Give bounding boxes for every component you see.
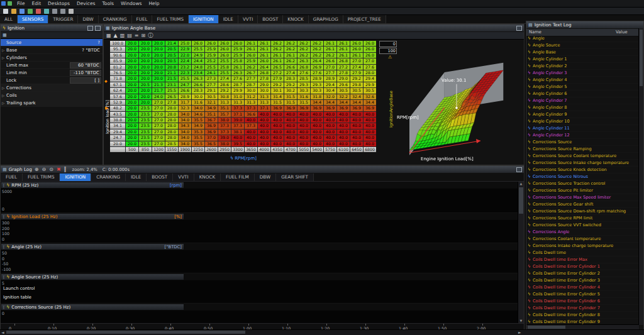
main-tab-idle[interactable]: IDLE [219, 15, 238, 23]
table-cell[interactable]: 30.1 [271, 88, 284, 93]
table-cell[interactable]: 26.8 [258, 70, 270, 75]
row-header-load[interactable]: 90.6 [110, 53, 125, 58]
row-header-load[interactable]: 81.2 [110, 65, 125, 70]
graph-tab-gear-shift[interactable]: GEAR SHIFT [276, 173, 314, 181]
table-cell[interactable]: 26.1 [258, 47, 270, 52]
col-header-rpm[interactable]: 6450 [350, 147, 363, 152]
table-cell[interactable]: 28.0 [364, 70, 376, 75]
table-cell[interactable]: 25.9 [231, 53, 244, 58]
table-cell[interactable]: 24.9 [192, 53, 204, 58]
col-header-rpm[interactable]: 5050 [297, 147, 310, 152]
table-cell[interactable]: 20.0 [126, 70, 138, 75]
table-cell[interactable]: 21.3 [152, 82, 165, 87]
log-row-coils-dwell-time-error-cylinder-1[interactable]: ϟCoils Dwell time Error Cylinder 1 [526, 263, 639, 270]
table-cell[interactable]: 26.0 [218, 53, 231, 58]
table-cell[interactable]: 28.0 [165, 106, 178, 111]
table-cell[interactable]: 25.5 [179, 76, 191, 81]
col-header-rpm[interactable]: 4700 [284, 147, 297, 152]
table-cell[interactable]: 35.3 [192, 129, 204, 135]
table-cell[interactable]: 40.0 [271, 141, 284, 146]
row-header-load[interactable]: 43.5 [110, 112, 125, 117]
log-row-angle-cylinder-3[interactable]: ϟAngle Cylinder 3 [526, 70, 639, 77]
table-cell[interactable]: 26.1 [337, 41, 350, 46]
table-cell[interactable]: 26.0 [364, 41, 376, 46]
table-cell[interactable]: 26.1 [271, 53, 284, 58]
float-panel-button[interactable] [87, 26, 93, 31]
row-header-load[interactable]: 24.7 [110, 135, 125, 140]
table-cell[interactable]: 26.8 [337, 58, 350, 63]
scroll-down-icon[interactable]: ▼ [518, 319, 524, 323]
table-cell[interactable]: 26.2 [284, 47, 297, 52]
graph-tab-vvti[interactable]: VVTI [173, 173, 194, 181]
table-cell[interactable]: 40.0 [271, 112, 284, 117]
table-cell[interactable]: 21.5 [165, 76, 178, 81]
table-cell[interactable]: 40.0 [324, 118, 336, 123]
table-cell[interactable]: 25.5 [205, 65, 218, 70]
table-cell[interactable]: 40.0 [245, 135, 257, 140]
table-cell[interactable]: 34.4 [364, 100, 376, 105]
log-row-corrections-source[interactable]: ϟCorrections Source [526, 139, 639, 146]
table-cell[interactable]: 26.2 [297, 41, 310, 46]
table-cell[interactable]: 27.6 [297, 70, 310, 75]
table-cell[interactable]: 23.4 [192, 70, 204, 75]
log-row-coils-dwell-time-error-cylinder-8[interactable]: ϟCoils Dwell time Error Cylinder 8 [526, 312, 639, 319]
col-header-rpm[interactable]: 1550 [165, 147, 178, 152]
table-cell[interactable]: 27.3 [205, 76, 218, 81]
log-row-coils-dwell-time-error-cylinder-7[interactable]: ϟCoils Dwell time Error Cylinder 7 [526, 305, 639, 312]
table-cell[interactable]: 29.9 [364, 82, 376, 87]
table-cell[interactable]: 27.8 [165, 100, 178, 105]
table-cell[interactable]: 23.2 [179, 65, 191, 70]
log-row-corrections-coolant-temperature[interactable]: ϟCorrections Coolant temperature [526, 236, 639, 243]
log-row-angle-cylinder-1[interactable]: ϟAngle Cylinder 1 [526, 56, 639, 63]
graph-tab-ignition[interactable]: IGNITION [60, 173, 91, 181]
table-cell[interactable]: 40.0 [364, 135, 376, 140]
param-value[interactable]: -110 °BTDC [70, 70, 101, 76]
table-cell[interactable]: 20.0 [139, 41, 152, 46]
table-cell[interactable]: 27.4 [284, 70, 297, 75]
table-cell[interactable]: 25.2 [205, 58, 218, 63]
main-tab-boost[interactable]: BOOST [258, 15, 283, 23]
table-cell[interactable]: 31.5 [297, 100, 310, 105]
scroll-up-icon[interactable]: ▲ [518, 182, 524, 186]
main-tab-sensors[interactable]: SENSORS [18, 15, 48, 23]
table-cell[interactable]: 40.0 [337, 141, 350, 146]
table-cell[interactable]: 20.0 [139, 100, 152, 105]
table-cell[interactable]: 28.0 [165, 112, 178, 117]
scale-max-box[interactable]: 100 [379, 48, 397, 54]
table-cell[interactable]: 27.8 [337, 70, 350, 75]
table-cell[interactable]: 31.3 [231, 100, 244, 105]
equalize-icon[interactable]: ≡ [135, 33, 139, 38]
table-cell[interactable]: 22.4 [179, 58, 191, 63]
table-cell[interactable]: 30.0 [192, 94, 204, 99]
zoom-in-icon[interactable]: ⊕ [34, 167, 40, 172]
name-column-header[interactable]: Name [529, 30, 541, 35]
param-value[interactable]: [ ] [70, 77, 101, 84]
table-cell[interactable]: 35.5 [192, 135, 204, 140]
log-row-angle-cylinder-7[interactable]: ϟAngle Cylinder 7 [526, 97, 639, 104]
table-cell[interactable]: 40.0 [271, 135, 284, 140]
row-header-load[interactable]: 76.5 [110, 70, 125, 75]
table-cell[interactable]: 26.3 [297, 58, 310, 63]
table-cell[interactable]: 35.7 [218, 112, 231, 117]
table-cell[interactable]: 26.1 [245, 41, 257, 46]
table-cell[interactable]: 28.9 [311, 76, 323, 81]
menu-tools[interactable]: Tools [99, 1, 117, 6]
table-cell[interactable]: 26.0 [364, 47, 376, 52]
table-cell[interactable]: 36.9 [205, 129, 218, 135]
log-row-angle-cylinder-10[interactable]: ϟAngle Cylinder 10 [526, 118, 639, 125]
table-cell[interactable]: 32.1 [205, 100, 218, 105]
table-cell[interactable]: 25.9 [245, 58, 257, 63]
table-cell[interactable]: 30.5 [350, 88, 363, 93]
table-cell[interactable]: 40.0 [364, 118, 376, 123]
table-cell[interactable]: 26.2 [245, 65, 257, 70]
table-cell[interactable]: 30.4 [324, 88, 336, 93]
columns-view-icon[interactable]: ▤ [127, 33, 132, 38]
open-project-icon[interactable] [11, 9, 16, 14]
table-cell[interactable]: 26.0 [218, 41, 231, 46]
log-row-angle-cylinder-8[interactable]: ϟAngle Cylinder 8 [526, 104, 639, 111]
table-cell[interactable]: 31.6 [297, 94, 310, 99]
table-cell[interactable]: 27.0 [350, 58, 363, 63]
table-cell[interactable]: 20.0 [139, 53, 152, 58]
col-header-rpm[interactable]: 2600 [205, 147, 218, 152]
table-cell[interactable]: 26.6 [324, 58, 336, 63]
